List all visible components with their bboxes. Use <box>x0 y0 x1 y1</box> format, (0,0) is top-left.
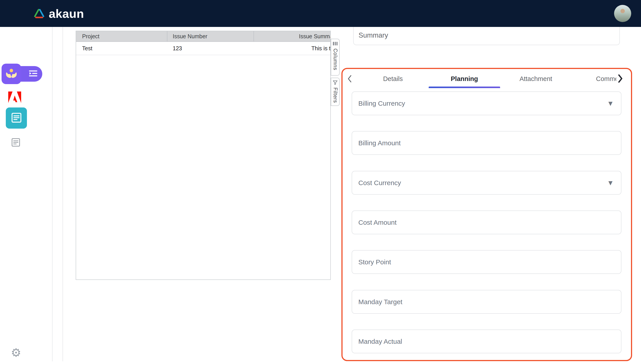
dropdown-caret-icon[interactable]: ▼ <box>608 100 612 106</box>
document-list-icon <box>10 112 23 124</box>
logo-triangle-icon <box>33 7 46 20</box>
field-billing-amount[interactable]: Billing Amount <box>352 131 622 155</box>
app-window: akaun <box>0 0 641 364</box>
user-avatar[interactable] <box>614 5 631 22</box>
cell-issue-number: 123 <box>167 42 254 55</box>
field-story-point[interactable]: Story Point <box>352 250 622 274</box>
indent-menu-icon <box>28 70 38 78</box>
gear-icon: ⚙ <box>11 347 21 358</box>
sidebar-item-documents[interactable] <box>10 137 22 148</box>
sidebar-item-pdf[interactable] <box>8 91 22 104</box>
sidebar-item-forms-active[interactable] <box>6 108 27 128</box>
field-cost-currency[interactable]: Cost Currency ▼ <box>352 171 622 195</box>
issues-table: Project Issue Number Issue Summa Test 12… <box>76 31 331 280</box>
tabs-scroll-right-button[interactable] <box>616 73 625 84</box>
column-header-issue-summary[interactable]: Issue Summa <box>254 31 330 42</box>
columns-tab-label: Columns <box>332 48 338 70</box>
columns-panel-tab[interactable]: Columns <box>331 39 340 76</box>
field-billing-currency[interactable]: Billing Currency ▼ <box>352 92 622 115</box>
filters-tab-label: Filters <box>332 88 338 103</box>
document-outline-icon <box>10 137 21 148</box>
chevron-right-icon <box>616 74 624 84</box>
tabs-scroll-left-button[interactable] <box>345 74 354 84</box>
cell-project: Test <box>76 42 167 55</box>
columns-icon <box>332 42 338 47</box>
table-header-row: Project Issue Number Issue Summa <box>76 31 330 42</box>
topbar: akaun <box>0 0 641 27</box>
splitter-line <box>52 27 52 361</box>
tab-details[interactable]: Details <box>357 70 429 88</box>
column-header-issue-number[interactable]: Issue Number <box>167 31 254 42</box>
field-manday-target[interactable]: Manday Target <box>352 290 622 314</box>
splitter-line <box>62 27 63 361</box>
chevron-left-icon <box>346 74 353 83</box>
sidebar: ⚙ <box>0 27 33 364</box>
filter-icon <box>333 80 338 86</box>
filters-panel-tab[interactable]: Filters <box>331 78 340 106</box>
column-header-project[interactable]: Project <box>76 31 167 42</box>
field-manday-actual[interactable]: Manday Actual <box>352 330 622 353</box>
adobe-pdf-icon <box>8 92 21 104</box>
logo[interactable]: akaun <box>33 7 84 20</box>
field-cost-amount[interactable]: Cost Amount <box>352 210 622 234</box>
tab-attachment[interactable]: Attachment <box>500 70 572 88</box>
hands-icon <box>4 66 18 81</box>
settings-button[interactable]: ⚙ <box>10 346 22 359</box>
panel-tabs: Details Planning Attachment Comme <box>357 70 616 88</box>
table-row[interactable]: Test 123 This is t <box>76 42 330 55</box>
summary-field-label: Summary <box>358 31 388 40</box>
tab-planning[interactable]: Planning <box>429 70 500 88</box>
logo-text: akaun <box>49 7 84 20</box>
sidebar-item-care[interactable] <box>2 64 21 84</box>
tab-comments[interactable]: Comme <box>572 70 616 88</box>
summary-field[interactable]: Summary <box>353 27 620 45</box>
dropdown-caret-icon[interactable]: ▼ <box>608 180 612 186</box>
cell-issue-summary: This is t <box>254 42 330 55</box>
panel-tabbar: Details Planning Attachment Comme <box>343 70 630 88</box>
